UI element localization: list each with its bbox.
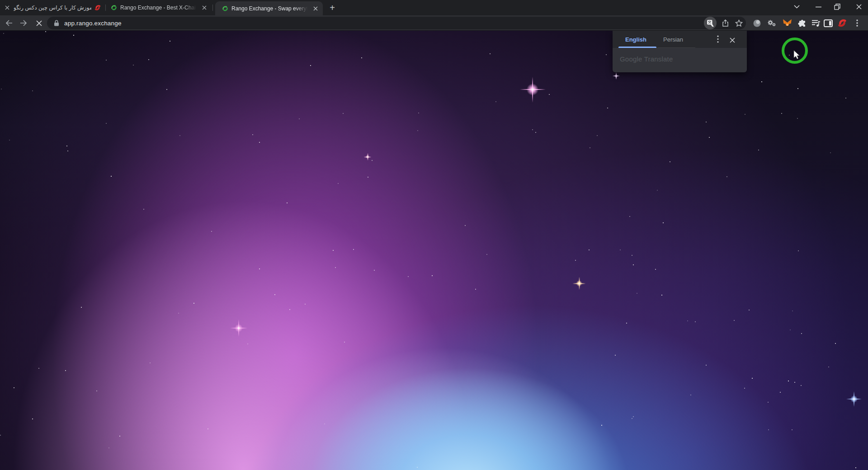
tab-persian-tutorial[interactable]: آموزش کار با کراس چین دکس رنگو [0,0,104,15]
star [549,94,550,95]
navigation-toolbar: app.rango.exchange [0,15,868,31]
star [744,388,745,389]
extensions-puzzle-icon[interactable] [796,17,808,29]
star [597,135,598,136]
star [259,268,260,269]
translate-tab-persian[interactable]: Persian [663,31,683,48]
star [343,113,344,114]
star [274,294,275,295]
star [465,225,466,226]
star [758,150,759,150]
globe-extension-icon[interactable] [750,17,763,29]
mouse-cursor [793,50,802,62]
tab-divider [105,5,106,11]
star [143,209,144,210]
star [333,250,334,251]
star [259,142,260,143]
google-translate-watermark: Google Translate [620,55,673,63]
star [0,435,1,436]
rango-green-logo-icon [110,4,118,11]
star [798,250,799,251]
star [408,276,409,277]
star [9,140,10,141]
media-playlist-icon[interactable] [810,17,822,29]
star [32,90,33,91]
star [475,289,476,290]
translate-options-kebab-icon[interactable] [717,35,719,45]
minimize-icon[interactable] [811,0,826,14]
star [32,418,33,419]
translate-tab-english[interactable]: English [625,31,646,48]
star [845,98,846,99]
menu-kebab-icon[interactable] [851,17,863,29]
star [575,260,576,261]
side-panel-icon[interactable] [822,17,835,29]
address-bar[interactable]: app.rango.exchange [47,17,746,29]
star [709,137,710,138]
tab-rango-swap-active[interactable]: Rango Exchange - Swap everythin [215,1,323,15]
google-translate-popup: English Persian Google Translate [613,31,747,72]
star [726,176,727,177]
star [108,447,109,448]
bright-star-sparkle [366,155,370,159]
star [287,202,288,203]
star [111,176,112,177]
star [637,293,637,294]
star [106,60,107,61]
profile-red-logo-icon[interactable] [836,17,849,29]
close-tab-icon[interactable] [201,4,208,11]
close-tab-icon[interactable] [4,4,11,11]
star [432,275,433,276]
tab-title: Rango Exchange - Best X-Chain D [120,5,198,11]
star [65,370,66,371]
star [607,108,608,108]
red-swirl-logo-icon [94,4,101,11]
translate-popup-header: English Persian [613,31,747,48]
star [3,33,4,34]
tab-rango-best-xchain[interactable]: Rango Exchange - Best X-Chain D [107,0,211,15]
star [305,304,306,305]
translate-close-icon[interactable] [730,37,735,45]
url-text: app.rango.exchange [64,17,122,29]
star [734,320,735,321]
tab-search-chevron-icon[interactable] [789,0,804,14]
close-window-icon[interactable] [851,0,867,14]
bookmark-star-icon[interactable] [732,17,745,29]
star [148,59,149,60]
close-tab-icon[interactable] [312,5,319,12]
back-button[interactable] [3,17,15,29]
star [801,385,802,386]
star [535,132,536,133]
forward-button[interactable] [18,17,29,29]
star [794,382,795,383]
star [14,387,14,388]
lock-icon [54,20,59,28]
star [166,89,167,90]
star [632,255,632,256]
star [338,183,339,184]
star [106,123,107,124]
share-icon[interactable] [719,17,731,29]
restore-window-icon[interactable] [830,0,845,14]
star [179,135,180,136]
star [663,222,664,223]
metamask-icon[interactable] [781,17,793,29]
star [368,177,368,178]
star [633,264,634,265]
star [374,270,375,271]
google-translate-icon[interactable] [704,17,717,29]
star [855,467,856,468]
star [67,150,68,151]
tab-title: Rango Exchange - Swap everythin [231,5,309,12]
star [96,390,97,391]
star [781,113,782,114]
star [655,269,656,270]
star [1,89,2,89]
new-tab-button[interactable]: + [326,2,338,14]
star [629,216,630,217]
star [73,35,74,36]
stop-loading-button[interactable] [33,17,45,29]
gears-extension-icon[interactable] [765,17,778,29]
star [690,395,691,395]
star [299,118,300,119]
